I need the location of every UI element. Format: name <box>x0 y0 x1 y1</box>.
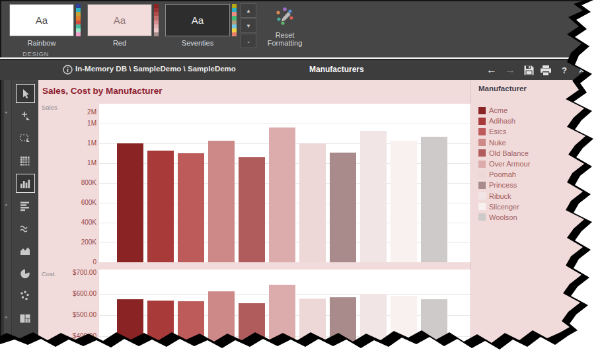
scatter-chart-icon[interactable] <box>16 286 35 305</box>
help-icon[interactable]: ? <box>557 63 572 77</box>
cost-bar-nuke[interactable] <box>208 291 235 364</box>
legend-item-label: Poomah <box>489 170 516 178</box>
sales-bar-poomah[interactable] <box>299 143 326 262</box>
sales-axis-tick-label: 1M <box>38 159 96 166</box>
cost-bar-ribuck[interactable] <box>360 294 387 364</box>
marquee-select-tool-icon[interactable] <box>16 129 35 148</box>
sales-axis-tick-label: 600K <box>38 199 96 206</box>
reset-formatting-label-line2: Formatting <box>268 39 303 47</box>
rows-cards-icon[interactable] <box>16 196 35 215</box>
sales-bar-nuke[interactable] <box>208 141 235 263</box>
theme-tile-seventies[interactable]: AaSeventies <box>165 4 243 55</box>
legend-item-acme[interactable]: Acme <box>478 105 530 116</box>
pie-chart-icon[interactable] <box>16 264 35 283</box>
cost-bar-old-balance[interactable] <box>239 303 265 364</box>
cost-axis-tick-label: $700.00 <box>38 269 96 276</box>
legend-item-nuke[interactable]: Nuke <box>478 137 530 148</box>
cost-axis-tick-label: $600.00 <box>38 290 96 297</box>
move-tool-icon[interactable] <box>16 106 35 126</box>
sales-bar-over-armour[interactable] <box>269 127 295 262</box>
gallery-scroll-up-icon[interactable]: ▲ <box>241 3 256 18</box>
legend-swatch <box>478 192 486 200</box>
cost-bar-poomah[interactable] <box>299 299 326 364</box>
legend-item-poomah[interactable]: Poomah <box>478 169 530 180</box>
legend-swatch <box>478 161 486 168</box>
pointer-tool-icon[interactable] <box>16 84 35 103</box>
theme-tile-rainbow[interactable]: AaRainbow <box>9 4 87 55</box>
splitter-arrow-icon: ◂ <box>5 202 7 207</box>
sales-axis-tick-label: 0 <box>38 258 96 266</box>
legend-item-slicenger[interactable]: Slicenger <box>478 201 530 212</box>
theme-tile-red[interactable]: AaRed <box>87 4 165 55</box>
theme-tile-label: Red <box>87 39 152 47</box>
legend-item-esics[interactable]: Esics <box>478 126 530 137</box>
cost-bar-over-armour[interactable] <box>269 285 295 364</box>
gallery-expand-icon[interactable]: ⌄ <box>241 34 256 48</box>
close-icon[interactable]: ✕ <box>574 63 589 77</box>
legend-swatch <box>478 171 486 178</box>
breadcrumb: In-Memory DB \ SampleDemo \ SampleDemo <box>75 65 236 73</box>
dashboard-name: Manufacturers <box>309 65 364 74</box>
info-icon[interactable] <box>63 65 73 77</box>
sales-axis-tick-label: 400K <box>38 219 96 226</box>
cost-bar-princess[interactable] <box>330 297 356 364</box>
legend-item-woolson[interactable]: Woolson <box>478 212 530 223</box>
legend-item-label: Slicenger <box>489 203 519 211</box>
legend-item-over-armour[interactable]: Over Armour <box>478 159 530 169</box>
sales-bar-adihash[interactable] <box>147 151 174 263</box>
sales-bar-ribuck[interactable] <box>360 131 387 263</box>
splitter-arrow-icon: ◂ <box>5 110 7 115</box>
back-icon[interactable]: ← <box>484 63 499 77</box>
legend-item-label: Nuke <box>489 139 506 147</box>
sales-bar-princess[interactable] <box>330 153 356 263</box>
cost-bar-slicenger[interactable] <box>391 296 417 364</box>
legend-swatch <box>478 107 486 114</box>
dashboard-titlebar: In-Memory DB \ SampleDemo \ SampleDemo M… <box>0 59 602 80</box>
save-icon[interactable] <box>521 63 536 77</box>
cost-bar-woolson[interactable] <box>421 299 447 364</box>
legend-item-label: Ribuck <box>489 192 511 200</box>
cost-axis-tick-label: $500.00 <box>38 311 96 318</box>
chart-item-title: Sales, Cost by Manufacturer <box>42 86 163 96</box>
legend-item-old-balance[interactable]: Old Balance <box>478 148 530 159</box>
sales-axis-tick-label: 1M <box>38 139 96 147</box>
legend-item-ribuck[interactable]: Ribuck <box>478 191 530 201</box>
sales-bar-slicenger[interactable] <box>391 141 417 263</box>
sales-bar-old-balance[interactable] <box>239 157 265 262</box>
cost-plot-area[interactable] <box>99 270 470 364</box>
legend-panel: Manufacturer AcmeAdihashEsicsNukeOld Bal… <box>470 80 602 364</box>
collapsed-panel-strip[interactable]: ◂ ◂ ◂ <box>0 80 12 364</box>
sales-axis-tick-label: 1M <box>38 120 96 127</box>
legend-item-label: Old Balance <box>489 149 529 157</box>
legend-swatch <box>478 149 486 157</box>
range-lines-icon[interactable] <box>16 219 35 238</box>
legend-item-label: Adihash <box>489 117 515 125</box>
theme-color-strip <box>154 4 159 36</box>
forward-icon: → <box>503 63 517 77</box>
app-window: AaRainbowAaRedAaSeventies ▲ ▼ ⌄ Reset Fo… <box>0 0 602 364</box>
theme-preview: Aa <box>165 4 230 36</box>
bar-chart-icon[interactable] <box>16 174 35 193</box>
sales-bar-woolson[interactable] <box>421 137 447 263</box>
cost-bar-adihash[interactable] <box>147 301 174 364</box>
legend-swatch <box>478 182 486 189</box>
print-icon[interactable] <box>539 63 553 77</box>
cost-bar-esics[interactable] <box>178 301 204 364</box>
legend-item-label: Woolson <box>489 213 517 221</box>
gallery-scroll-down-icon[interactable]: ▼ <box>241 18 256 33</box>
area-chart-icon[interactable] <box>16 241 35 260</box>
sales-bar-esics[interactable] <box>178 153 204 262</box>
gallery-scrollbar: ▲ ▼ ⌄ <box>241 3 256 48</box>
sales-plot-area[interactable] <box>99 104 470 262</box>
gauge-icon[interactable] <box>16 331 35 350</box>
pivot-grid-icon[interactable] <box>16 151 35 170</box>
treemap-icon[interactable] <box>16 309 35 328</box>
cost-bar-acme[interactable] <box>117 299 143 364</box>
splitter-arrow-icon: ◂ <box>5 314 7 320</box>
reset-formatting-button[interactable]: Reset Formatting <box>263 4 307 55</box>
sales-bar-acme[interactable] <box>117 143 143 262</box>
legend-item-princess[interactable]: Princess <box>478 180 530 190</box>
legend-item-label: Princess <box>489 181 517 189</box>
legend-swatch <box>478 128 486 135</box>
legend-item-adihash[interactable]: Adihash <box>478 116 530 126</box>
